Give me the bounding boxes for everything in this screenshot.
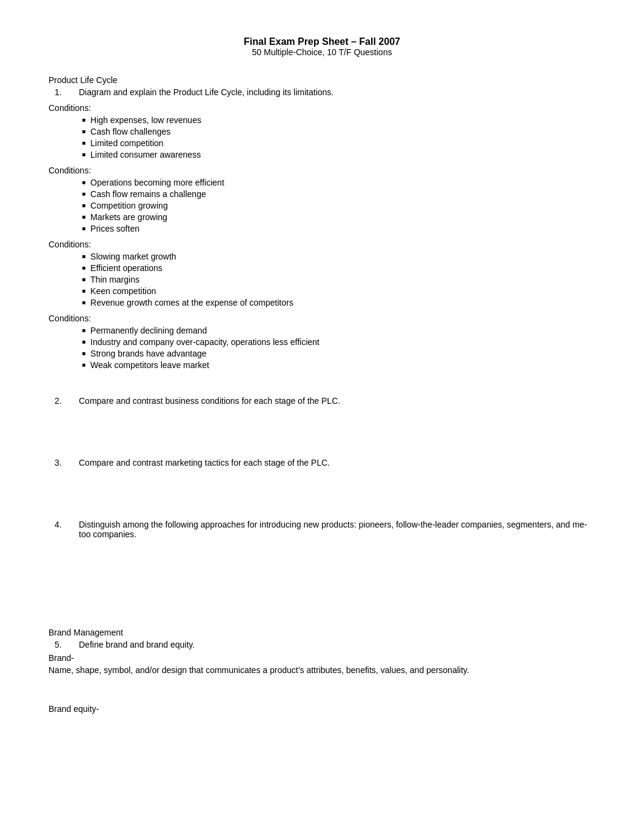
list-item: Strong brands have advantage [82,349,595,358]
list-item: Competition growing [82,201,595,210]
item-number: 2. [49,396,79,406]
conditions-label-2: Conditions: [49,166,595,175]
list-item: Thin margins [82,275,595,284]
conditions-group-3: Conditions: Slowing market growth Effici… [49,240,595,307]
brand-label: Brand- [49,653,595,663]
bullet-list-4: Permanently declining demand Industry an… [82,326,595,370]
page-title: Final Exam Prep Sheet – Fall 2007 [49,36,595,47]
bullet-text: Markets are growing [90,212,167,222]
bullet-text: Keen competition [90,286,156,296]
list-item: Keen competition [82,286,595,296]
conditions-label-4: Conditions: [49,314,595,323]
brand-equity-label: Brand equity- [49,704,595,714]
bullet-text: Competition growing [90,201,168,210]
bullet-text: Cash flow challenges [90,127,170,136]
brand-definition: Name, shape, symbol, and/or design that … [49,665,595,675]
list-item: 2. Compare and contrast business conditi… [49,396,595,406]
list-item: Industry and company over-capacity, oper… [82,337,595,347]
bullet-text: Efficient operations [90,263,163,273]
item-text: Compare and contrast business conditions… [79,396,595,406]
bullet-text: Slowing market growth [90,252,176,261]
list-item: Limited competition [82,138,595,148]
conditions-group-4: Conditions: Permanently declining demand… [49,314,595,370]
bullet-list-1: High expenses, low revenues Cash flow ch… [82,115,595,159]
list-item: Limited consumer awareness [82,150,595,159]
bullet-text: Revenue growth comes at the expense of c… [90,298,293,307]
list-item: 5. Define brand and brand equity. [49,640,595,649]
item-text: Distinguish among the following approach… [79,520,595,539]
list-item: Operations becoming more efficient [82,178,595,187]
bullet-text: Operations becoming more efficient [90,178,224,187]
list-item: Revenue growth comes at the expense of c… [82,298,595,307]
conditions-group-1: Conditions: High expenses, low revenues … [49,103,595,159]
bullet-text: Strong brands have advantage [90,349,206,358]
item-number: 4. [49,520,79,539]
item-text: Diagram and explain the Product Life Cyc… [79,87,595,97]
list-item: High expenses, low revenues [82,115,595,125]
item-number: 1. [49,87,79,97]
list-item: Markets are growing [82,212,595,222]
list-item: Cash flow challenges [82,127,595,136]
page-subtitle: 50 Multiple-Choice, 10 T/F Questions [49,47,595,57]
bullet-list-3: Slowing market growth Efficient operatio… [82,252,595,307]
item-text: Compare and contrast marketing tactics f… [79,458,595,468]
bullet-text: Limited competition [90,138,164,148]
list-item: Slowing market growth [82,252,595,261]
list-item: 3. Compare and contrast marketing tactic… [49,458,595,468]
list-item: Efficient operations [82,263,595,273]
list-item: 4. Distinguish among the following appro… [49,520,595,539]
conditions-label-1: Conditions: [49,103,595,113]
conditions-label-3: Conditions: [49,240,595,249]
bullet-text: Thin margins [90,275,139,284]
item-text: Define brand and brand equity. [79,640,595,649]
product-life-cycle-section: Product Life Cycle 1. Diagram and explai… [49,75,595,97]
item-number: 3. [49,458,79,468]
item-number: 5. [49,640,79,649]
bullet-text: Weak competitors leave market [90,360,209,370]
list-item: 1. Diagram and explain the Product Life … [49,87,595,97]
list-item: Cash flow remains a challenge [82,189,595,199]
bullet-text: Prices soften [90,224,139,233]
list-item: Weak competitors leave market [82,360,595,370]
list-item: Permanently declining demand [82,326,595,335]
conditions-group-2: Conditions: Operations becoming more eff… [49,166,595,233]
bullet-text: Limited consumer awareness [90,150,201,159]
bullet-list-2: Operations becoming more efficient Cash … [82,178,595,233]
bullet-text: Industry and company over-capacity, oper… [90,337,320,347]
brand-management-section: Brand Management 5. Define brand and bra… [49,628,595,714]
plc-heading: Product Life Cycle [49,75,595,85]
bullet-text: Permanently declining demand [90,326,207,335]
list-item: Prices soften [82,224,595,233]
bullet-text: Cash flow remains a challenge [90,189,206,199]
bullet-text: High expenses, low revenues [90,115,201,125]
brand-heading: Brand Management [49,628,595,637]
